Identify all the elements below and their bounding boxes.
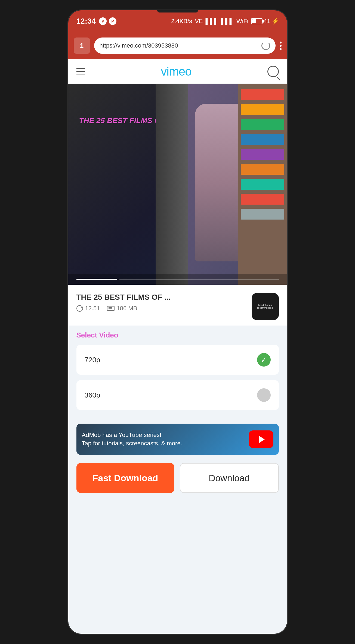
signal-bars: ▌▌▌ <box>206 18 218 25</box>
phone-frame: 12:34 P P 2.4KB/s VE ▌▌▌ ▌▌▌ WiFi 41 ⚡ <box>67 10 288 634</box>
vimeo-logo: vimeo <box>161 65 191 78</box>
file-size: 186 MB <box>117 305 137 312</box>
radio-selected-icon[interactable]: ✓ <box>257 353 271 367</box>
charging-icon: ⚡ <box>271 18 279 25</box>
hamburger-menu[interactable] <box>76 68 85 74</box>
refresh-icon[interactable] <box>261 41 270 50</box>
ad-text: AdMob has a YouTube series!Tap for tutor… <box>82 431 243 448</box>
pocket-icon: P <box>99 17 107 25</box>
ad-banner[interactable]: AdMob has a YouTube series!Tap for tutor… <box>76 424 279 455</box>
video-progress <box>68 274 287 285</box>
select-video-label: Select Video <box>76 331 279 339</box>
wifi-icon: WiFi <box>236 18 248 25</box>
status-time: 12:34 <box>76 17 96 26</box>
network-type: VE <box>195 18 203 25</box>
clock-icon <box>76 305 83 312</box>
fast-download-button[interactable]: Fast Download <box>76 463 174 493</box>
status-bar: 12:34 P P 2.4KB/s VE ▌▌▌ ▌▌▌ WiFi 41 ⚡ <box>68 10 287 32</box>
video-thumbnail[interactable]: THE 25 BEST FILMS OF ... <box>68 84 287 285</box>
network-speed: 2.4KB/s <box>171 18 192 25</box>
search-icon[interactable] <box>267 66 279 77</box>
youtube-play-button[interactable] <box>249 430 273 448</box>
battery-indicator: 41 ⚡ <box>251 18 279 25</box>
pocket-icon-2: P <box>109 17 116 25</box>
battery-level: 41 <box>264 18 270 25</box>
fast-download-label: Fast Download <box>92 473 158 483</box>
thumbnail-label: headphones recommended <box>252 302 279 311</box>
sheet-title: THE 25 BEST FILMS OF ... <box>76 293 252 302</box>
video-thumbnail-box: headphones recommended <box>252 293 279 320</box>
checkmark-icon: ✓ <box>261 355 267 364</box>
notch <box>157 10 198 12</box>
video-duration: 12.51 <box>85 305 100 312</box>
quality-option-360p[interactable]: 360p <box>76 380 279 410</box>
action-buttons: Fast Download Download <box>68 460 287 504</box>
sheet-header: THE 25 BEST FILMS OF ... 12.51 186 MB he <box>68 285 287 326</box>
url-text: https://vimeo.com/303953880 <box>100 42 259 49</box>
video-figure <box>156 84 287 285</box>
quality-option-720p[interactable]: 720p ✓ <box>76 345 279 375</box>
vimeo-navbar: vimeo <box>68 59 287 84</box>
radio-unselected-icon[interactable] <box>257 388 271 402</box>
url-bar[interactable]: https://vimeo.com/303953880 <box>94 37 276 54</box>
bottom-sheet: THE 25 BEST FILMS OF ... 12.51 186 MB he <box>68 285 287 634</box>
download-label: Download <box>209 473 250 483</box>
sheet-meta: 12.51 186 MB <box>76 305 252 312</box>
signal-bars-2: ▌▌▌ <box>221 18 234 25</box>
download-button[interactable]: Download <box>180 463 279 493</box>
play-triangle-icon <box>259 436 265 443</box>
select-video-section: Select Video 720p ✓ 360p <box>68 326 287 421</box>
status-right: 2.4KB/s VE ▌▌▌ ▌▌▌ WiFi 41 ⚡ <box>171 18 279 25</box>
storage-icon <box>107 306 115 311</box>
browser-bar: 1 https://vimeo.com/303953880 <box>68 32 287 59</box>
quality-720p-text: 720p <box>85 356 100 364</box>
tab-count[interactable]: 1 <box>74 37 90 54</box>
quality-360p-text: 360p <box>85 391 100 399</box>
browser-menu[interactable] <box>280 42 282 50</box>
